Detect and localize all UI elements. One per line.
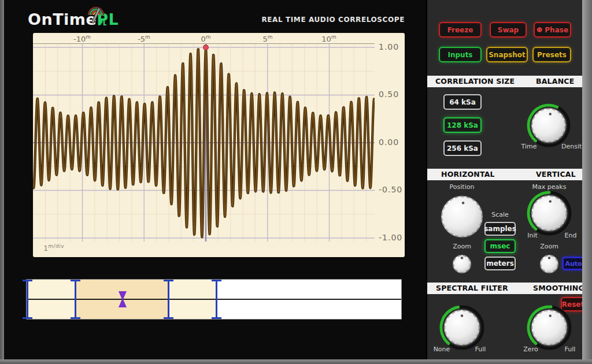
inputs-button[interactable]: Inputs xyxy=(439,47,482,62)
horizontal-zoom-knob[interactable] xyxy=(447,250,476,281)
section-header-strip: HORIZONTAL VERTICAL xyxy=(427,169,583,180)
x-tick: 0m xyxy=(192,34,220,43)
presets-button[interactable]: Presets xyxy=(532,47,571,62)
y-tick: -0.50 xyxy=(379,185,404,194)
vertical-min-label: Init xyxy=(521,232,544,240)
main-area: OnTimePL PL REAL TIME AUDIO CORRELOSCOPE… xyxy=(0,0,426,364)
spectral-max-label: Full xyxy=(469,346,492,354)
scale-meters-button[interactable]: meters xyxy=(484,257,516,270)
x-tick: -10m xyxy=(68,34,96,43)
x-tick: 10m xyxy=(315,34,343,43)
vertical-max-label: End xyxy=(559,232,582,240)
position-label: Position xyxy=(442,183,482,191)
phase-button[interactable]: Φ Phase xyxy=(534,22,571,38)
control-panel: Freeze Swap Φ Phase Inputs Snapshot Pres… xyxy=(426,0,582,364)
section-header-strip: SPECTRAL FILTER SMOOTHING xyxy=(427,283,583,294)
navigator-baseline xyxy=(27,299,401,300)
x-tick: 5m xyxy=(254,34,282,43)
navigator-bracket-marker[interactable] xyxy=(216,280,217,319)
vertical-title: VERTICAL xyxy=(536,170,576,179)
corr-size-256-button[interactable]: 256 kSa xyxy=(443,140,482,156)
scale-samples-button[interactable]: samples xyxy=(484,222,516,236)
window-frame-left xyxy=(0,0,4,364)
spectral-filter-title: SPECTRAL FILTER xyxy=(436,284,508,292)
range-center-marker-icon[interactable] xyxy=(117,291,128,307)
app-window: OnTimePL PL REAL TIME AUDIO CORRELOSCOPE… xyxy=(0,0,592,364)
window-frame-bottom xyxy=(0,359,592,364)
spectral-min-label: None xyxy=(430,346,453,354)
y-tick: 0.50 xyxy=(379,90,404,99)
scale-label: Scale xyxy=(484,211,516,219)
correlogram-waveform xyxy=(33,43,375,242)
correlation-size-title: CORRELATION SIZE xyxy=(435,77,515,86)
balance-title: BALANCE xyxy=(536,77,574,86)
y-tick: 1.00 xyxy=(379,42,404,51)
smoothing-min-label: Zero xyxy=(519,346,542,354)
y-tick: 0.00 xyxy=(379,138,404,147)
navigator-bracket-marker[interactable] xyxy=(168,280,169,319)
range-navigator[interactable] xyxy=(26,279,402,320)
horizontal-title: HORIZONTAL xyxy=(441,170,495,179)
window-frame-right xyxy=(582,0,592,364)
freeze-button[interactable]: Freeze xyxy=(439,22,482,38)
correlogram-display: -10m -5m 0m 5m 10m 1.00 0.50 0.00 -0.50 … xyxy=(33,33,405,257)
section-header-strip: CORRELATION SIZE BALANCE xyxy=(427,76,583,87)
window-subtitle: REAL TIME AUDIO CORRELOSCOPE xyxy=(261,16,405,24)
smoothing-max-label: Full xyxy=(558,346,582,354)
logo-text: PL xyxy=(98,19,106,27)
corr-size-64-button[interactable]: 64 kSa xyxy=(443,94,482,110)
navigator-bracket-marker[interactable] xyxy=(27,280,28,319)
scale-msec-button[interactable]: msec xyxy=(484,239,516,253)
app-logo-icon: PL xyxy=(86,5,106,28)
swap-button[interactable]: Swap xyxy=(490,22,527,38)
corr-size-128-button[interactable]: 128 kSa xyxy=(443,117,482,133)
per-division-label: 1m/div xyxy=(43,243,64,252)
x-tick: -5m xyxy=(130,34,158,43)
smoothing-title: SMOOTHING xyxy=(533,284,584,292)
snapshot-button[interactable]: Snapshot xyxy=(486,47,528,62)
y-tick: -1.00 xyxy=(379,233,404,242)
auto-button[interactable]: Auto xyxy=(562,257,585,270)
position-knob[interactable] xyxy=(436,191,488,245)
vertical-zoom-knob[interactable] xyxy=(535,250,564,281)
balance-min-label: Time xyxy=(517,143,541,151)
navigator-bracket-marker[interactable] xyxy=(75,280,76,319)
